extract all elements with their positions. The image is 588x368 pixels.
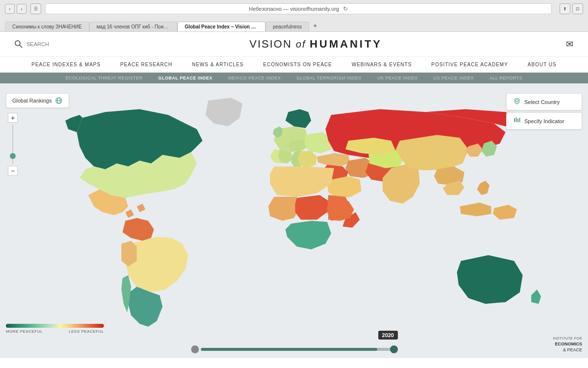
zoom-slider-thumb[interactable]: [10, 153, 16, 159]
svg-rect-10: [519, 118, 520, 122]
svg-point-0: [15, 41, 20, 46]
subnav-all-reports[interactable]: ALL REPORTS: [482, 73, 530, 83]
subnav-global-peace[interactable]: GLOBAL PEACE INDEX: [150, 73, 220, 83]
iep-line1: INSTITUTE FOR: [553, 336, 582, 341]
site-logo: VISION of HUMANITY: [249, 38, 382, 51]
tab-3[interactable]: peacefulness: [266, 22, 309, 31]
timeline-track[interactable]: 2020: [201, 348, 397, 351]
select-country-button[interactable]: Select Country: [506, 93, 582, 110]
sub-nav: ECOLOGICAL THREAT REGISTER GLOBAL PEACE …: [0, 73, 588, 83]
nav-webinars[interactable]: WEBINARS & EVENTS: [352, 62, 412, 67]
zoom-controls: + −: [8, 113, 18, 176]
logo-vision: VISION: [249, 38, 292, 50]
search-input[interactable]: [26, 41, 66, 47]
specify-indicator-button[interactable]: Specify Indicator: [506, 112, 582, 130]
menu-button[interactable]: ☰: [30, 3, 41, 14]
nav-buttons: ‹ ›: [5, 4, 26, 14]
subnav-uk[interactable]: UK PEACE INDEX: [369, 73, 426, 83]
logo-of: of: [296, 39, 310, 50]
main-nav: PEACE INDEXES & MAPS PEACE RESEARCH NEWS…: [0, 57, 588, 73]
back-button[interactable]: ‹: [5, 4, 15, 14]
right-controls: Select Country Specify Indicator: [506, 93, 582, 130]
tab-active[interactable]: Global Peace Index – Vision of Humanity: [177, 22, 266, 31]
legend-color-bar: [6, 324, 104, 328]
world-map-container: [0, 83, 588, 358]
timeline-start-handle[interactable]: [191, 345, 199, 353]
china: [396, 135, 468, 170]
svg-rect-8: [516, 117, 517, 122]
reload-button[interactable]: ↻: [343, 5, 348, 12]
site-content: VISION of HUMANITY ✉ PEACE INDEXES & MAP…: [0, 32, 588, 358]
browser-toolbar: ‹ › ☰ Небезопасно — visionofhumanity.org…: [0, 0, 588, 18]
svg-rect-7: [514, 118, 515, 122]
zoom-slider-track: [12, 125, 13, 164]
svg-line-1: [20, 45, 22, 48]
year-tooltip: 2020: [378, 331, 398, 340]
subnav-us[interactable]: US PEACE INDEX: [426, 73, 482, 83]
nav-peace-research[interactable]: PEACE RESEARCH: [120, 62, 172, 67]
browser-chrome: ‹ › ☰ Небезопасно — visionofhumanity.org…: [0, 0, 588, 32]
subnav-ecological[interactable]: ECOLOGICAL THREAT REGISTER: [58, 73, 150, 83]
forward-button[interactable]: ›: [17, 4, 26, 14]
url-text: Небезопасно — visionofhumanity.org: [249, 6, 339, 12]
select-country-label: Select Country: [524, 99, 560, 105]
browser-actions: ⬆ ⊡: [560, 3, 583, 14]
map-legend: MORE PEACEFUL LESS PEACEFUL: [6, 324, 104, 334]
subnav-terrorism[interactable]: GLOBAL TERRORISM INDEX: [289, 73, 369, 83]
legend-labels: MORE PEACEFUL LESS PEACEFUL: [6, 329, 104, 334]
bars-icon: [514, 117, 520, 124]
zoom-in-button[interactable]: +: [8, 113, 18, 123]
svg-point-6: [516, 100, 518, 102]
legend-more-peaceful: MORE PEACEFUL: [6, 329, 43, 334]
search-icon: [15, 40, 23, 48]
legend-less-peaceful: LESS PEACEFUL: [69, 329, 104, 334]
tab-0[interactable]: Синонимы к слову ЗНАЧЕНИЕ: [5, 22, 89, 31]
location-icon: [514, 98, 520, 106]
timeline-thumb[interactable]: 2020: [390, 345, 398, 353]
new-tab-plus[interactable]: +: [309, 20, 321, 31]
timeline: 2020: [191, 345, 397, 353]
global-rankings-label: Global Rankings: [12, 98, 52, 104]
globe-icon: [55, 97, 63, 105]
new-tab-button[interactable]: ⊡: [572, 3, 583, 14]
top-bar: VISION of HUMANITY ✉: [0, 32, 588, 57]
browser-tabs: Синонимы к слову ЗНАЧЕНИЕ мад 16 членов …: [0, 18, 588, 31]
subnav-mexico[interactable]: MEXICO PEACE INDEX: [220, 73, 289, 83]
search-area: [15, 40, 66, 48]
share-button[interactable]: ⬆: [560, 3, 570, 14]
iep-line2: ECONOMICS: [553, 341, 582, 347]
global-rankings-button[interactable]: Global Rankings: [6, 93, 69, 108]
iep-line3: & PEACE: [553, 347, 582, 353]
mail-icon[interactable]: ✉: [566, 39, 573, 50]
nav-about[interactable]: ABOUT US: [528, 62, 557, 67]
logo-humanity: HUMANITY: [310, 38, 382, 50]
pin-icon: [514, 98, 520, 105]
nav-news-articles[interactable]: NEWS & ARTICLES: [192, 62, 244, 67]
nav-peace-indexes[interactable]: PEACE INDEXES & MAPS: [31, 62, 100, 67]
nav-positive-peace[interactable]: POSITIVE PEACE ACADEMY: [431, 62, 508, 67]
timeline-fill: [201, 348, 377, 351]
iep-logo: INSTITUTE FOR ECONOMICS & PEACE: [553, 336, 582, 353]
world-map: [0, 83, 588, 358]
map-area: Global Rankings + −: [0, 83, 588, 358]
specify-indicator-label: Specify Indicator: [524, 118, 564, 124]
tab-1[interactable]: мад 16 членов ОПГ киб - Поиск...: [89, 22, 177, 31]
nav-economists[interactable]: ECONOMISTS ON PEACE: [263, 62, 332, 67]
address-bar[interactable]: Небезопасно — visionofhumanity.org ↻: [45, 3, 552, 14]
svg-rect-9: [517, 119, 518, 122]
zoom-out-button[interactable]: −: [8, 166, 18, 176]
indicator-icon: [514, 117, 520, 125]
